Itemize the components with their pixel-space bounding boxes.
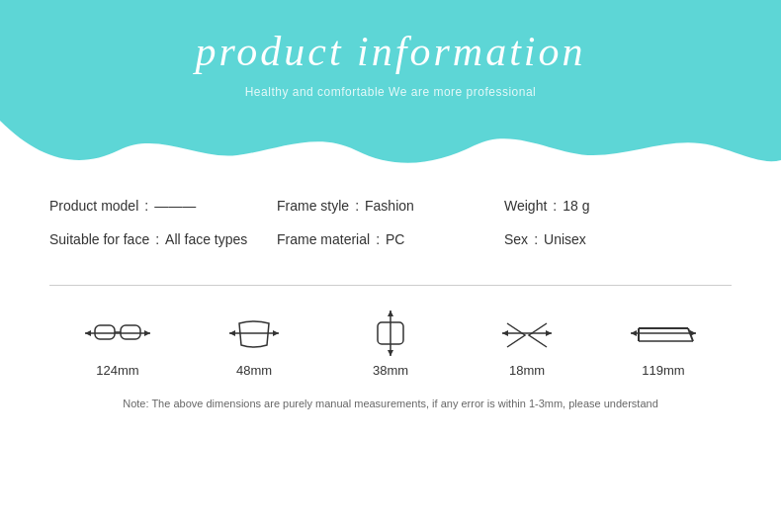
lens-width-label: 48mm <box>236 363 272 378</box>
info-row-1: Product model : ——— Frame style : Fashio… <box>49 198 732 214</box>
note-section: Note: The above dimensions are purely ma… <box>0 388 781 419</box>
total-width-icon <box>83 310 152 355</box>
svg-rect-4 <box>121 325 140 339</box>
face-type-sep: : <box>155 231 159 247</box>
dimension-lens-width: 48mm <box>219 310 289 378</box>
section-divider <box>49 285 732 286</box>
face-type-label: Suitable for face <box>49 231 149 247</box>
note-text: Note: The above dimensions are purely ma… <box>49 398 732 409</box>
total-width-label: 124mm <box>96 363 138 378</box>
svg-marker-14 <box>502 330 508 336</box>
frame-material-value: PC <box>386 231 404 247</box>
face-type-value: All face types <box>165 231 247 247</box>
lens-height-label: 38mm <box>373 363 408 378</box>
svg-marker-15 <box>546 330 552 336</box>
info-row-2: Suitable for face : All face types Frame… <box>49 231 732 247</box>
lens-height-icon <box>356 310 425 355</box>
svg-marker-17 <box>631 330 637 336</box>
dimension-nose-bridge: 18mm <box>492 310 562 378</box>
weight-cell: Weight : 18 g <box>504 198 732 214</box>
info-section: Product model : ——— Frame style : Fashio… <box>0 168 781 280</box>
svg-rect-3 <box>95 325 115 339</box>
sex-cell: Sex : Unisex <box>504 231 732 247</box>
dimensions-section: 124mm 48mm <box>0 301 781 388</box>
svg-marker-7 <box>229 330 235 336</box>
frame-material-sep: : <box>376 231 380 247</box>
wave-decoration <box>0 121 781 170</box>
product-model-sep: : <box>144 198 148 214</box>
weight-label: Weight <box>504 198 547 214</box>
frame-style-value: Fashion <box>365 198 414 214</box>
nose-bridge-icon <box>492 310 562 355</box>
header-section: product information Healthy and comforta… <box>0 0 781 168</box>
page-title: product information <box>196 28 586 75</box>
nose-bridge-label: 18mm <box>509 363 545 378</box>
frame-style-label: Frame style <box>277 198 349 214</box>
weight-sep: : <box>553 198 557 214</box>
temple-label: 119mm <box>642 363 684 378</box>
svg-marker-8 <box>273 330 279 336</box>
product-model-value: ——— <box>154 198 196 214</box>
sex-value: Unisex <box>544 231 586 247</box>
face-type-cell: Suitable for face : All face types <box>49 231 277 247</box>
dimension-lens-height: 38mm <box>356 310 425 378</box>
svg-marker-10 <box>388 310 393 316</box>
temple-icon <box>629 310 698 355</box>
frame-material-cell: Frame material : PC <box>277 231 504 247</box>
dimension-total-width: 124mm <box>83 310 152 378</box>
dimension-temple: 119mm <box>629 310 698 378</box>
lens-width-icon <box>219 310 289 355</box>
frame-style-cell: Frame style : Fashion <box>277 198 504 214</box>
weight-value: 18 g <box>563 198 589 214</box>
product-model-cell: Product model : ——— <box>49 198 277 214</box>
product-model-label: Product model <box>49 198 138 214</box>
page-wrapper: product information Healthy and comforta… <box>0 0 781 532</box>
frame-material-label: Frame material <box>277 231 370 247</box>
svg-marker-2 <box>144 330 150 336</box>
header-subtitle: Healthy and comfortable We are more prof… <box>245 85 537 99</box>
frame-style-sep: : <box>355 198 359 214</box>
sex-sep: : <box>534 231 538 247</box>
svg-marker-11 <box>388 350 393 356</box>
sex-label: Sex <box>504 231 528 247</box>
svg-marker-1 <box>85 330 91 336</box>
